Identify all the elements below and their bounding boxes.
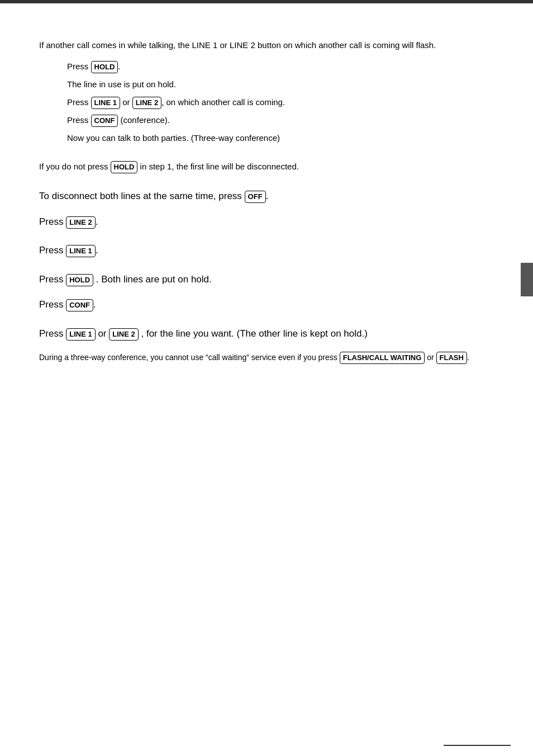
right-tab bbox=[521, 263, 533, 296]
flash-key: FLASH bbox=[436, 352, 467, 364]
note-hold: If you do not press HOLD in step 1, the … bbox=[39, 160, 494, 173]
step3-paren: (conference). bbox=[121, 115, 170, 125]
step1-desc: The line in use is put on hold. bbox=[39, 78, 494, 91]
hold-both-prefix: Press bbox=[39, 274, 63, 285]
line1-key-2: LINE 1 bbox=[66, 245, 95, 257]
line2-key-2: LINE 2 bbox=[66, 216, 95, 229]
press-line2-line: Press LINE 2. bbox=[39, 215, 494, 229]
line2-key-3: LINE 2 bbox=[109, 328, 138, 341]
step4-desc: Now you can talk to both parties. (Three… bbox=[39, 131, 494, 145]
step1-hold: Press HOLD. bbox=[39, 60, 494, 73]
step2-desc: , on which another call is coming. bbox=[161, 97, 285, 107]
press-line1-label: Press bbox=[39, 245, 63, 256]
hold-both-line: Press HOLD . Both lines are put on hold. bbox=[39, 272, 494, 287]
disconnect-suffix: . bbox=[266, 191, 269, 201]
warning-end: . bbox=[467, 353, 469, 362]
step2-or: or bbox=[122, 97, 130, 107]
step3-conf: Press CONF (conference). bbox=[39, 114, 494, 127]
resume-prefix: Press bbox=[39, 328, 63, 339]
resume-or-label: or bbox=[98, 328, 106, 339]
resume-suffix: , for the line you want. (The other line… bbox=[141, 328, 367, 339]
warning-text: During a three-way conference, you canno… bbox=[39, 352, 494, 364]
disconnect-prefix: To disconnect both lines at the same tim… bbox=[39, 191, 242, 201]
warning-or-label: or bbox=[427, 353, 434, 362]
hold-key-2: HOLD bbox=[66, 274, 93, 286]
resume-line: Press LINE 1 or LINE 2 , for the line yo… bbox=[39, 327, 494, 341]
press-conf-prefix: Press bbox=[39, 299, 63, 310]
off-key: OFF bbox=[245, 191, 266, 203]
disconnect-line: To disconnect both lines at the same tim… bbox=[39, 189, 494, 204]
hold-key-1: HOLD bbox=[91, 61, 118, 73]
step2-press-label: Press bbox=[67, 97, 88, 107]
step1-press-label: Press bbox=[67, 62, 88, 71]
hold-both-suffix: . Both lines are put on hold. bbox=[96, 274, 212, 285]
warning-or-sp bbox=[434, 353, 436, 362]
line1-key-1: LINE 1 bbox=[91, 97, 120, 109]
step3-press-label: Press bbox=[67, 115, 88, 125]
flash-call-waiting-key: FLASH/CALL WAITING bbox=[340, 352, 425, 364]
press-conf-line: Press CONF. bbox=[39, 297, 494, 312]
conf-key-2: CONF bbox=[66, 299, 93, 311]
intro-text: If another call comes in while talking, … bbox=[39, 39, 494, 52]
note-suffix: in step 1, the first line will be discon… bbox=[140, 162, 299, 171]
warning-label: During a three-way conference, you canno… bbox=[39, 353, 337, 362]
top-border bbox=[0, 0, 533, 3]
press-line2-label: Press bbox=[39, 216, 63, 227]
bottom-border bbox=[444, 745, 511, 746]
intro-section: If another call comes in while talking, … bbox=[39, 39, 494, 145]
hold-key-note: HOLD bbox=[111, 161, 138, 173]
press-conf-suffix: . bbox=[93, 299, 96, 310]
line2-key-1: LINE 2 bbox=[132, 97, 161, 109]
conf-key-1: CONF bbox=[91, 115, 118, 127]
step2-line: Press LINE 1 or LINE 2, on which another… bbox=[39, 96, 494, 109]
line1-key-3: LINE 1 bbox=[66, 328, 95, 341]
press-line1-line: Press LINE 1. bbox=[39, 243, 494, 258]
note-prefix: If you do not press bbox=[39, 162, 108, 171]
